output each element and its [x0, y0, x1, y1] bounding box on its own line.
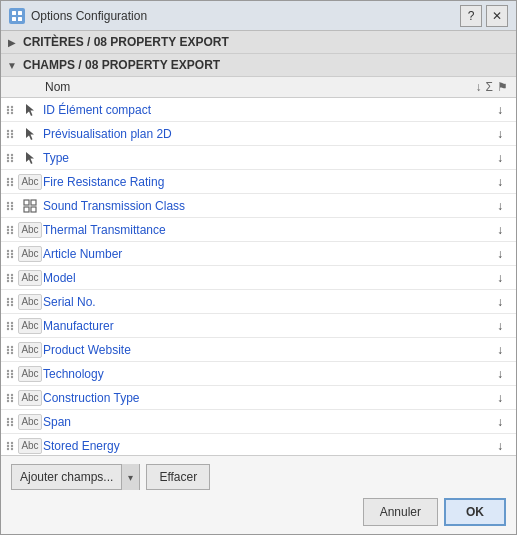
- table-row[interactable]: AbcManufacturer↓: [1, 314, 516, 338]
- table-row[interactable]: Type↓: [1, 146, 516, 170]
- table-row[interactable]: AbcStored Energy↓: [1, 434, 516, 455]
- row-sort-arrow: ↓: [492, 103, 508, 117]
- svg-point-73: [11, 351, 13, 353]
- svg-point-48: [7, 255, 9, 257]
- row-drag-handle[interactable]: [1, 242, 19, 265]
- svg-point-53: [11, 276, 13, 278]
- row-label: Stored Energy: [41, 439, 492, 453]
- row-label: Span: [41, 415, 492, 429]
- table-row[interactable]: Prévisualisation plan 2D↓: [1, 122, 516, 146]
- svg-point-90: [7, 423, 9, 425]
- svg-point-51: [11, 273, 13, 275]
- row-drag-handle[interactable]: [1, 266, 19, 289]
- svg-point-6: [7, 108, 9, 110]
- row-sort-arrow: ↓: [492, 319, 508, 333]
- svg-point-22: [7, 177, 9, 179]
- table-row[interactable]: AbcSerial No.↓: [1, 290, 516, 314]
- svg-point-91: [11, 423, 13, 425]
- svg-point-47: [11, 252, 13, 254]
- svg-point-32: [7, 207, 9, 209]
- table-row[interactable]: AbcThermal Transmittance↓: [1, 218, 516, 242]
- svg-point-67: [11, 327, 13, 329]
- row-sort-arrow: ↓: [492, 343, 508, 357]
- svg-point-95: [11, 444, 13, 446]
- row-drag-handle[interactable]: [1, 410, 19, 433]
- svg-point-94: [7, 444, 9, 446]
- row-type-icon: Abc: [19, 386, 41, 409]
- row-sort-arrow: ↓: [492, 223, 508, 237]
- table-row[interactable]: AbcTechnology↓: [1, 362, 516, 386]
- row-drag-handle[interactable]: [1, 362, 19, 385]
- ok-button[interactable]: OK: [444, 498, 506, 526]
- row-sort-arrow: ↓: [492, 151, 508, 165]
- svg-point-29: [11, 201, 13, 203]
- row-drag-handle[interactable]: [1, 434, 19, 455]
- svg-point-41: [11, 228, 13, 230]
- svg-point-69: [11, 345, 13, 347]
- row-drag-handle[interactable]: [1, 122, 19, 145]
- row-drag-handle[interactable]: [1, 386, 19, 409]
- svg-point-28: [7, 201, 9, 203]
- row-sort-arrow: ↓: [492, 295, 508, 309]
- svg-rect-37: [31, 207, 36, 212]
- svg-point-21: [11, 159, 13, 161]
- svg-point-76: [7, 372, 9, 374]
- row-label: Manufacturer: [41, 319, 492, 333]
- row-label: Article Number: [41, 247, 492, 261]
- sort-icon: ↓: [476, 80, 482, 94]
- sum-icon: Σ: [486, 80, 493, 94]
- svg-point-96: [7, 447, 9, 449]
- row-drag-handle[interactable]: [1, 314, 19, 337]
- svg-point-16: [7, 153, 9, 155]
- champs-arrow: ▼: [5, 58, 19, 72]
- cancel-button[interactable]: Annuler: [363, 498, 438, 526]
- table-row[interactable]: AbcSpan↓: [1, 410, 516, 434]
- svg-rect-36: [24, 207, 29, 212]
- row-label: Fire Resistance Rating: [41, 175, 492, 189]
- svg-point-87: [11, 417, 13, 419]
- row-label: Thermal Transmittance: [41, 223, 492, 237]
- svg-point-61: [11, 303, 13, 305]
- table-row[interactable]: Sound Transmission Class↓: [1, 194, 516, 218]
- table-col-icons: ↓ Σ ⚑: [476, 80, 508, 94]
- section-criteres-header[interactable]: ▶ CRITÈRES / 08 PROPERTY EXPORT: [1, 31, 516, 54]
- close-button[interactable]: ✕: [486, 5, 508, 27]
- svg-rect-35: [31, 200, 36, 205]
- svg-point-82: [7, 396, 9, 398]
- svg-point-86: [7, 417, 9, 419]
- svg-point-85: [11, 399, 13, 401]
- row-drag-handle[interactable]: [1, 98, 19, 121]
- table-row[interactable]: ID Élément compact↓: [1, 98, 516, 122]
- svg-point-57: [11, 297, 13, 299]
- svg-point-18: [7, 156, 9, 158]
- svg-point-5: [11, 105, 13, 107]
- table-scroll-area[interactable]: ID Élément compact↓ Prévisualisation pla…: [1, 98, 516, 455]
- svg-point-59: [11, 300, 13, 302]
- row-label: Serial No.: [41, 295, 492, 309]
- row-drag-handle[interactable]: [1, 338, 19, 361]
- table-header: Nom ↓ Σ ⚑: [1, 77, 516, 98]
- add-fields-button[interactable]: Ajouter champs... ▾: [11, 464, 140, 490]
- table-row[interactable]: AbcProduct Website↓: [1, 338, 516, 362]
- help-button[interactable]: ?: [460, 5, 482, 27]
- svg-rect-34: [24, 200, 29, 205]
- svg-rect-1: [18, 11, 22, 15]
- row-drag-handle[interactable]: [1, 194, 19, 217]
- row-drag-handle[interactable]: [1, 218, 19, 241]
- clear-button[interactable]: Effacer: [146, 464, 210, 490]
- row-drag-handle[interactable]: [1, 170, 19, 193]
- table-row[interactable]: AbcModel↓: [1, 266, 516, 290]
- svg-point-30: [7, 204, 9, 206]
- add-fields-dropdown-arrow[interactable]: ▾: [121, 464, 139, 490]
- svg-point-52: [7, 276, 9, 278]
- table-row[interactable]: AbcArticle Number↓: [1, 242, 516, 266]
- table-row[interactable]: AbcConstruction Type↓: [1, 386, 516, 410]
- svg-point-71: [11, 348, 13, 350]
- footer-bottom: Annuler OK: [11, 498, 506, 526]
- svg-point-63: [11, 321, 13, 323]
- row-drag-handle[interactable]: [1, 146, 19, 169]
- svg-point-9: [11, 111, 13, 113]
- section-champs-header[interactable]: ▼ CHAMPS / 08 PROPERTY EXPORT: [1, 54, 516, 77]
- table-row[interactable]: AbcFire Resistance Rating↓: [1, 170, 516, 194]
- row-drag-handle[interactable]: [1, 290, 19, 313]
